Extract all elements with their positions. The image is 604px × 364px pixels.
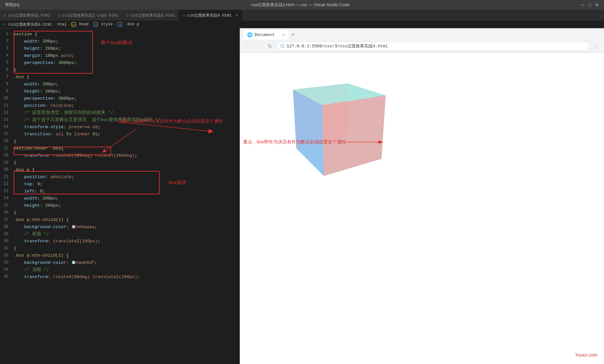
breadcrumb-sep-1: › bbox=[54, 22, 56, 27]
code-line-2: 2 width: 200px; bbox=[0, 38, 240, 45]
cube-perspective bbox=[305, 92, 370, 157]
maximize-icon[interactable]: □ bbox=[588, 2, 591, 7]
tab-icon-3: ◇ bbox=[127, 13, 129, 18]
browser-panel: 🌐 Document ✕ + ← → ↻ ⓘ 127.0.0.1:5500/cs… bbox=[240, 28, 604, 364]
browser-active-tab[interactable]: 🌐 Document ✕ bbox=[243, 30, 289, 40]
code-line-16: 16 } bbox=[0, 138, 240, 145]
extensions-button[interactable]: ⋮ bbox=[592, 42, 601, 51]
tab-label-2: css过渡效果实战2 copy.html bbox=[62, 13, 118, 18]
browser-tab-close[interactable]: ✕ bbox=[282, 32, 285, 37]
html-icon: </> bbox=[71, 22, 76, 27]
minimize-icon[interactable]: ─ bbox=[581, 2, 585, 7]
tab-3[interactable]: ◇ css过渡效果实战3.html bbox=[123, 10, 179, 21]
tab-label-3: css过渡效果实战3.html bbox=[130, 13, 175, 18]
tab-icon-4: ◇ bbox=[183, 13, 185, 18]
code-line-31: 31 } bbox=[0, 245, 240, 252]
code-line-33: 33 background-color: #aae6df; bbox=[0, 259, 240, 266]
code-line-27: 27 .box p:nth-child(1) { bbox=[0, 216, 240, 224]
code-line-34: 34 /* 顶面 */ bbox=[0, 266, 240, 273]
editor-panel: 1 section { 2 width: 200px; 3 height: 20… bbox=[0, 28, 240, 364]
breadcrumb-item-4[interactable]: .cls .box p bbox=[117, 22, 139, 27]
address-bar[interactable]: ⓘ 127.0.0.1:5500/css/3/css过渡效果实战4.html bbox=[276, 42, 590, 51]
code-line-29: 29 /* 前面 */ bbox=[0, 231, 240, 238]
code-line-18: 18 transform: rotateX(360deg) rotateY(36… bbox=[0, 152, 240, 159]
code-line-10: 10 perspective: 3000px; bbox=[0, 95, 240, 102]
code-line-6: 6 } bbox=[0, 67, 240, 74]
code-line-22: 22 top: 0; bbox=[0, 181, 240, 188]
style-icon: .cls bbox=[93, 22, 98, 27]
breadcrumb: › css过渡效果实战4.html › html › </> head › .c… bbox=[0, 21, 604, 28]
breadcrumb-item-1[interactable]: html bbox=[57, 22, 67, 27]
tab-4-active[interactable]: ◇ css过渡效果实战4.html ✕ bbox=[179, 10, 242, 21]
breadcrumb-item-3[interactable]: .cls style bbox=[93, 22, 113, 27]
color-swatch-1 bbox=[72, 225, 75, 228]
reload-button[interactable]: ↻ bbox=[265, 42, 274, 51]
code-line-9: 9 height: 200px; bbox=[0, 88, 240, 95]
annotation-arrow-browser bbox=[346, 137, 385, 147]
code-line-1: 1 section { bbox=[0, 31, 240, 38]
code-line-21: 21 position: absolute; bbox=[0, 174, 240, 181]
svg-text:</>: </> bbox=[72, 24, 76, 26]
color-swatch-2 bbox=[72, 261, 75, 264]
code-editor[interactable]: 1 section { 2 width: 200px; 3 height: 20… bbox=[0, 28, 240, 283]
code-line-5: 5 perspective: 3000px; bbox=[0, 59, 240, 67]
tab-label-4: css过渡效果实战4.html bbox=[187, 13, 232, 18]
code-line-32: 32 .box p:nth-child(2) { bbox=[0, 252, 240, 259]
code-line-3: 3 height: 200px; bbox=[0, 45, 240, 52]
window-controls[interactable]: ─ □ ✕ bbox=[581, 2, 599, 7]
tab-icon-1: ◇ bbox=[4, 13, 6, 18]
code-line-12: 12 /* 设置变形类型，保留它内部的3D效果 */ bbox=[0, 109, 240, 116]
browser-tab-row: 🌐 Document ✕ + bbox=[243, 30, 601, 40]
close-icon[interactable]: ✕ bbox=[595, 2, 599, 7]
title-bar: 帮助(H) css过渡效果实战4.html — css — Visual Stu… bbox=[0, 0, 604, 10]
tab-icon-2: ◇ bbox=[58, 13, 60, 18]
code-line-7: 7 .box { bbox=[0, 74, 240, 81]
code-line-23: 23 left: 0; bbox=[0, 188, 240, 195]
main-layout: 1 section { 2 width: 200px; 3 height: 20… bbox=[0, 28, 604, 364]
code-line-15: 15 transition: all 5s linear 0s; bbox=[0, 131, 240, 138]
breadcrumb-sep-3: › bbox=[90, 22, 92, 27]
cube-scene bbox=[305, 72, 370, 176]
code-line-19: 19 } bbox=[0, 159, 240, 166]
code-line-30: 30 transform: translateZ(100px); bbox=[0, 238, 240, 245]
code-line-20: 20 .box p { bbox=[0, 166, 240, 174]
new-tab-button[interactable]: + bbox=[289, 30, 297, 40]
code-line-25: 25 height: 200px; bbox=[0, 202, 240, 209]
code-line-4: 4 margin: 100px auto; bbox=[0, 52, 240, 59]
code-line-26: 26 } bbox=[0, 209, 240, 216]
breadcrumb-item-2[interactable]: </> head bbox=[71, 22, 88, 27]
browser-content: 重点，box即作为演员有作为舞台必须设置这个属性 Yuucn.com bbox=[240, 53, 604, 364]
svg-marker-8 bbox=[378, 140, 383, 144]
breadcrumb-item-0[interactable]: › css过渡效果实战4.html bbox=[3, 22, 52, 27]
cube-face-front bbox=[322, 95, 386, 176]
browser-tab-favicon: 🌐 bbox=[247, 32, 253, 38]
tab-2[interactable]: ◇ css过渡效果实战2 copy.html bbox=[54, 10, 122, 21]
browser-tab-title: Document bbox=[254, 32, 275, 37]
breadcrumb-sep-4: › bbox=[114, 22, 116, 27]
selector-icon: .cls bbox=[117, 22, 122, 27]
tab-bar: ◇ css过渡效果实战.html ◇ css过渡效果实战2 copy.html … bbox=[0, 10, 604, 21]
svg-text:.cls: .cls bbox=[94, 24, 98, 26]
cube-3d bbox=[306, 89, 365, 161]
watermark: Yuucn.com bbox=[575, 352, 598, 358]
code-line-8: 8 width: 200px; bbox=[0, 81, 240, 88]
forward-button[interactable]: → bbox=[254, 42, 263, 51]
back-button[interactable]: ← bbox=[243, 42, 252, 51]
tab-1[interactable]: ◇ css过渡效果实战.html bbox=[0, 10, 54, 21]
browser-nav: ← → ↻ ⓘ 127.0.0.1:5500/css/3/css过渡效果实战4.… bbox=[243, 42, 601, 51]
browser-chrome: 🌐 Document ✕ + ← → ↻ ⓘ 127.0.0.1:5500/cs… bbox=[240, 28, 604, 53]
code-line-24: 24 width: 200px; bbox=[0, 195, 240, 202]
annotation-key-label: 重点，box即作为演员有作为舞台必须设置这个属性 bbox=[243, 139, 346, 145]
breadcrumb-sep-2: › bbox=[68, 22, 70, 27]
help-menu[interactable]: 帮助(H) bbox=[5, 2, 19, 8]
browser-annotation-area: 重点，box即作为演员有作为舞台必须设置这个属性 bbox=[243, 137, 601, 147]
code-line-13: 13 /* 这个盒子又是舞台又是演员 这个box整体带着里面的p旋转 */ bbox=[0, 116, 240, 124]
tab-close-4[interactable]: ✕ bbox=[236, 13, 238, 18]
window-title: css过渡效果实战4.html — css — Visual Studio Co… bbox=[251, 2, 350, 8]
lock-icon: ⓘ bbox=[280, 43, 285, 49]
code-line-14: 14 transform-style: preserve-3d; bbox=[0, 124, 240, 131]
title-bar-menu[interactable]: 帮助(H) bbox=[5, 2, 19, 8]
code-line-17: 17 section:hover .box{ bbox=[0, 145, 240, 152]
url-text: 127.0.0.1:5500/css/3/css过渡效果实战4.html bbox=[287, 43, 388, 49]
code-line-11: 11 position: relative; bbox=[0, 102, 240, 109]
